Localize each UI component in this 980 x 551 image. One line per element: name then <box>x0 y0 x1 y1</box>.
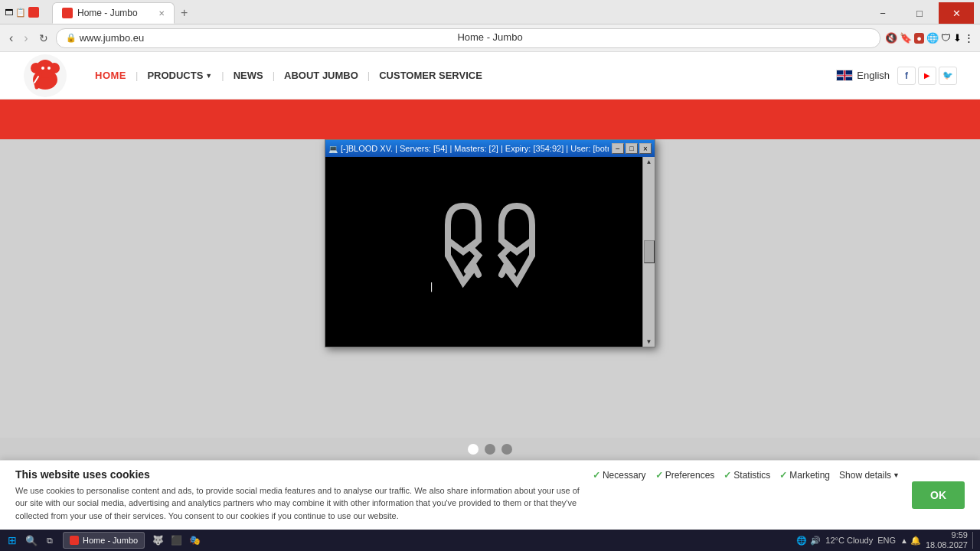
reload-button[interactable]: ↻ <box>36 31 51 46</box>
ext-icon-6[interactable]: ⬇ <box>953 32 962 44</box>
hero-banner <box>0 99 980 139</box>
maximize-button[interactable]: □ <box>902 2 937 24</box>
taskbar-clock: 9:59 18.08.2027 <box>926 530 968 550</box>
cookie-body: We use cookies to personalise content an… <box>15 484 580 523</box>
taskbar-icon-2[interactable]: ⬛ <box>168 532 185 549</box>
preferences-label: Preferences <box>665 470 715 481</box>
scroll-up-arrow[interactable]: ▲ <box>645 157 654 167</box>
twitter-icon[interactable]: 🐦 <box>939 67 957 85</box>
taskbar-tray: ▲ 🔔 <box>900 536 921 546</box>
window-controls: − □ ✕ <box>865 2 974 24</box>
show-details-link[interactable]: Show details ▼ <box>839 470 900 481</box>
statistics-checkmark: ✓ <box>724 470 731 481</box>
url-text: www.jumbo.eu <box>80 32 145 44</box>
site-nav: HOME | PRODUCTS ▼ | NEWS | ABOUT JUMBO |… <box>0 52 980 99</box>
website-content: HOME | PRODUCTS ▼ | NEWS | ABOUT JUMBO |… <box>0 52 980 530</box>
ext-icon-1[interactable]: 🔇 <box>885 32 897 44</box>
lock-icon: 🔒 <box>66 33 77 43</box>
time-display: 9:59 <box>926 530 968 540</box>
necessary-label: Necessary <box>603 470 646 481</box>
scroll-thumb[interactable] <box>644 240 655 263</box>
youtube-icon[interactable]: ▶ <box>918 67 936 85</box>
cookie-options: ✓ Necessary ✓ Preferences ✓ Statistics ✓… <box>593 468 900 481</box>
cookie-text-area: This website uses cookies We use cookies… <box>15 468 580 523</box>
dot-2[interactable] <box>485 444 495 455</box>
svg-text:|: | <box>429 282 434 292</box>
forward-button[interactable]: › <box>21 30 31 47</box>
nav-customer-service[interactable]: CUSTOMER SERVICE <box>370 70 492 81</box>
popup-maximize-button[interactable]: □ <box>626 143 638 154</box>
cookie-title: This website uses cookies <box>15 468 580 481</box>
popup-title-text: [-]BLOOD XV. | Servers: [54] | Masters: … <box>341 144 609 153</box>
dots-navigation <box>0 438 980 461</box>
browser-tab-active[interactable]: Home - Jumbo ✕ <box>52 2 175 24</box>
nav-about[interactable]: ABOUT JUMBO <box>275 70 368 81</box>
popup-content: | ▲ ▼ <box>325 157 655 347</box>
show-details-label: Show details <box>839 470 891 481</box>
show-desktop[interactable] <box>972 532 977 549</box>
ext-icon-4[interactable]: 🌐 <box>926 32 939 44</box>
weather-indicator: 12°C Cloudy <box>825 536 873 545</box>
cookie-checkboxes: ✓ Necessary ✓ Preferences ✓ Statistics ✓… <box>593 470 900 481</box>
taskbar: ⊞ 🔍 ⧉ Home - Jumbo 🐺 ⬛ 🎭 🌐 🔊 12°C Cloudy… <box>0 530 980 551</box>
popup-window[interactable]: 💻 [-]BLOOD XV. | Servers: [54] | Masters… <box>325 139 655 347</box>
taskbar-app-label: Home - Jumbo <box>83 536 138 545</box>
taskbar-browser-app[interactable]: Home - Jumbo <box>63 532 145 549</box>
sound-icon[interactable]: 🔊 <box>810 536 821 546</box>
tab-close-icon[interactable]: ✕ <box>158 9 165 18</box>
language-selector[interactable]: English <box>836 70 890 81</box>
tab-bar: 🗖 📋 Home - Jumbo ✕ + − □ ✕ <box>0 0 980 24</box>
necessary-checkmark: ✓ <box>593 470 600 481</box>
language-label: English <box>857 70 890 81</box>
toolbar-right-icons: 🔇 🔖 ● 🌐 🛡 ⬇ ⋮ <box>885 32 974 44</box>
nav-products[interactable]: PRODUCTS ▼ <box>138 70 221 81</box>
statistics-check: ✓ Statistics <box>724 470 770 481</box>
scroll-down-arrow[interactable]: ▼ <box>645 337 654 347</box>
back-button[interactable]: ‹ <box>6 30 16 47</box>
network-icon[interactable]: 🌐 <box>796 536 807 546</box>
minimize-button[interactable]: − <box>865 2 900 24</box>
taskbar-app-icon: 🗖 📋 <box>5 7 39 18</box>
popup-minimize-button[interactable]: − <box>612 143 624 154</box>
marketing-label: Marketing <box>789 470 830 481</box>
taskbar-system-icons: 🌐 🔊 <box>796 536 821 546</box>
popup-scrollbar[interactable]: ▲ ▼ <box>642 157 655 347</box>
nav-links: HOME | PRODUCTS ▼ | NEWS | ABOUT JUMBO |… <box>86 70 492 81</box>
ok-button[interactable]: OK <box>912 481 965 509</box>
svg-point-6 <box>47 67 51 70</box>
nav-news[interactable]: NEWS <box>224 70 273 81</box>
ext-icon-2[interactable]: 🔖 <box>900 32 912 44</box>
nav-home[interactable]: HOME <box>86 70 136 81</box>
preferences-checkmark: ✓ <box>655 470 663 481</box>
ext-icon-3[interactable]: ● <box>914 33 924 44</box>
svg-point-3 <box>31 63 41 73</box>
taskbar-right: 🌐 🔊 12°C Cloudy ENG ▲ 🔔 9:59 18.08.2027 <box>796 530 977 550</box>
broken-heart-svg: | <box>406 183 574 321</box>
lang-indicator[interactable]: ENG <box>877 536 896 545</box>
logo-area[interactable] <box>23 54 67 98</box>
new-tab-button[interactable]: + <box>176 6 192 20</box>
close-button[interactable]: ✕ <box>939 2 974 24</box>
facebook-icon[interactable]: f <box>897 67 916 85</box>
taskbar-browser-icon <box>70 536 79 545</box>
tab-label: Home - Jumbo <box>77 8 154 18</box>
popup-close-button[interactable]: × <box>639 143 652 154</box>
start-button[interactable]: ⊞ <box>3 533 21 548</box>
dot-3[interactable] <box>501 444 512 455</box>
svg-point-5 <box>41 67 44 70</box>
taskbar-icon-3[interactable]: 🎭 <box>186 532 203 549</box>
cookie-banner: This website uses cookies We use cookies… <box>0 460 980 530</box>
necessary-check: ✓ Necessary <box>593 470 646 481</box>
menu-icon[interactable]: ⋮ <box>964 32 974 44</box>
search-taskbar[interactable]: 🔍 <box>23 532 40 549</box>
taskbar-icon-1[interactable]: 🐺 <box>149 532 166 549</box>
preferences-check: ✓ Preferences <box>655 470 715 481</box>
other-taskbar-icons: 🐺 ⬛ 🎭 <box>149 532 203 549</box>
ext-icon-5[interactable]: 🛡 <box>941 32 951 44</box>
task-view[interactable]: ⧉ <box>41 532 58 549</box>
popup-titlebar: 💻 [-]BLOOD XV. | Servers: [54] | Masters… <box>325 140 655 157</box>
svg-point-4 <box>49 63 60 73</box>
marketing-check: ✓ Marketing <box>779 470 830 481</box>
browser-chrome: 🗖 📋 Home - Jumbo ✕ + − □ ✕ ‹ › ↻ 🔒 www.j… <box>0 0 980 52</box>
dot-1[interactable] <box>468 444 479 455</box>
